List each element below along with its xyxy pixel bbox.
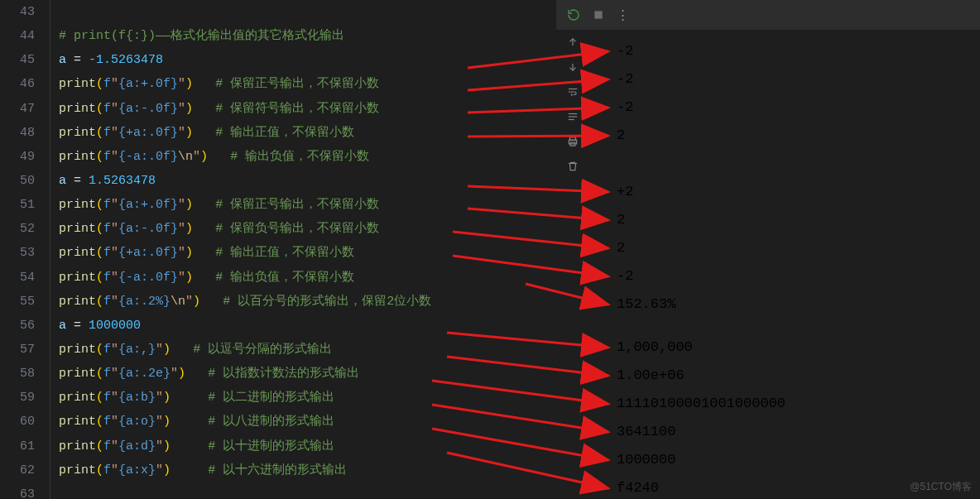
more-icon[interactable]: ⋮ bbox=[616, 7, 631, 22]
down-arrow-icon[interactable] bbox=[565, 60, 580, 74]
code-editor-pane: 4344454647484950515253545556575859606162… bbox=[0, 0, 556, 499]
line-number: 57 bbox=[0, 338, 50, 362]
line-number: 61 bbox=[0, 434, 50, 458]
console-output-line: 2 bbox=[617, 212, 625, 228]
line-number: 59 bbox=[0, 386, 50, 410]
line-number: 56 bbox=[0, 314, 50, 338]
code-line[interactable] bbox=[50, 0, 556, 24]
line-number: 60 bbox=[0, 410, 50, 434]
line-number: 45 bbox=[0, 48, 50, 72]
console-output-line: -2 bbox=[617, 99, 633, 115]
line-number: 62 bbox=[0, 458, 50, 482]
rerun-icon[interactable] bbox=[566, 7, 581, 22]
code-line[interactable]: a = 1.5263478 bbox=[50, 169, 556, 193]
code-line[interactable]: print(f"{a:b}") # 以二进制的形式输出 bbox=[50, 386, 556, 410]
console-output-line: 1000000 bbox=[617, 452, 675, 468]
scroll-icon[interactable] bbox=[565, 109, 580, 124]
console-output-line: +2 bbox=[617, 184, 633, 199]
code-line[interactable]: print(f"{a:o}") # 以八进制的形式输出 bbox=[50, 410, 556, 434]
code-line[interactable]: print(f"{a:-.0f}") # 保留符号输出，不保留小数 bbox=[50, 97, 556, 121]
code-line[interactable]: # print(f{:})——格式化输出值的其它格式化输出 bbox=[50, 24, 556, 48]
line-number: 55 bbox=[0, 290, 50, 314]
print-icon[interactable] bbox=[565, 134, 580, 149]
console-output-line: -2 bbox=[617, 43, 633, 59]
trash-icon[interactable] bbox=[565, 159, 580, 174]
code-line[interactable]: a = 1000000 bbox=[50, 314, 556, 338]
line-number: 44 bbox=[0, 24, 50, 48]
code-line[interactable]: print(f"{-a:.0f}") # 输出负值，不保留小数 bbox=[50, 266, 556, 290]
code-line[interactable]: print(f"{a:,}") # 以逗号分隔的形式输出 bbox=[50, 338, 556, 362]
code-line[interactable]: print(f"{a:+.0f}") # 保留正号输出，不保留小数 bbox=[50, 193, 556, 217]
code-line[interactable]: print(f"{+a:.0f}") # 输出正值，不保留小数 bbox=[50, 121, 556, 145]
console-output-line: f4240 bbox=[617, 480, 659, 496]
line-number: 43 bbox=[0, 0, 50, 24]
line-number: 58 bbox=[0, 362, 50, 386]
run-toolbar: ⋮ bbox=[556, 0, 980, 30]
console-output-line: 152.63% bbox=[617, 296, 675, 312]
svg-rect-0 bbox=[594, 11, 602, 18]
line-number: 47 bbox=[0, 97, 50, 121]
watermark-text: @51CTO博客 bbox=[910, 480, 972, 494]
console-output-line: 3641100 bbox=[617, 424, 675, 439]
code-line[interactable] bbox=[50, 482, 556, 499]
line-number: 49 bbox=[0, 145, 50, 169]
console-output-line: -2 bbox=[617, 71, 633, 87]
soft-wrap-icon[interactable] bbox=[565, 84, 580, 99]
console-output-line: 2 bbox=[617, 127, 625, 143]
line-number: 53 bbox=[0, 241, 50, 265]
stop-icon[interactable] bbox=[591, 7, 606, 22]
code-line[interactable]: print(f"{a:.2%}\n") # 以百分号的形式输出，保留2位小数 bbox=[50, 290, 556, 314]
console-output-line: 1,000,000 bbox=[617, 339, 693, 355]
line-number: 48 bbox=[0, 121, 50, 145]
line-number: 50 bbox=[0, 169, 50, 193]
line-number: 51 bbox=[0, 193, 50, 217]
code-line[interactable]: print(f"{-a:.0f}\n") # 输出负值，不保留小数 bbox=[50, 145, 556, 169]
console-output-line: 11110100001001000000 bbox=[617, 396, 785, 411]
line-number: 54 bbox=[0, 266, 50, 290]
console-output-line: 2 bbox=[617, 240, 625, 256]
line-number: 63 bbox=[0, 482, 50, 499]
console-output-line: -2 bbox=[617, 268, 633, 284]
code-line[interactable]: print(f"{a:+.0f}") # 保留正号输出，不保留小数 bbox=[50, 72, 556, 96]
code-line[interactable]: print(f"{a:.2e}") # 以指数计数法的形式输出 bbox=[50, 362, 556, 386]
run-side-icons bbox=[556, 35, 589, 174]
code-line[interactable]: print(f"{a:x}") # 以十六进制的形式输出 bbox=[50, 458, 556, 482]
code-line[interactable]: print(f"{a:d}") # 以十进制的形式输出 bbox=[50, 434, 556, 458]
code-line[interactable]: print(f"{a:-.0f}") # 保留负号输出，不保留小数 bbox=[50, 217, 556, 241]
up-arrow-icon[interactable] bbox=[565, 35, 580, 50]
editor-gutter: 4344454647484950515253545556575859606162… bbox=[0, 0, 50, 499]
console-output-line: 1.00e+06 bbox=[617, 367, 685, 383]
line-number: 52 bbox=[0, 217, 50, 241]
line-number: 46 bbox=[0, 72, 50, 96]
code-line[interactable]: print(f"{+a:.0f}") # 输出正值，不保留小数 bbox=[50, 241, 556, 265]
code-line[interactable]: a = -1.5263478 bbox=[50, 48, 556, 72]
editor-code-area[interactable]: # print(f{:})——格式化输出值的其它格式化输出a = -1.5263… bbox=[50, 0, 556, 499]
